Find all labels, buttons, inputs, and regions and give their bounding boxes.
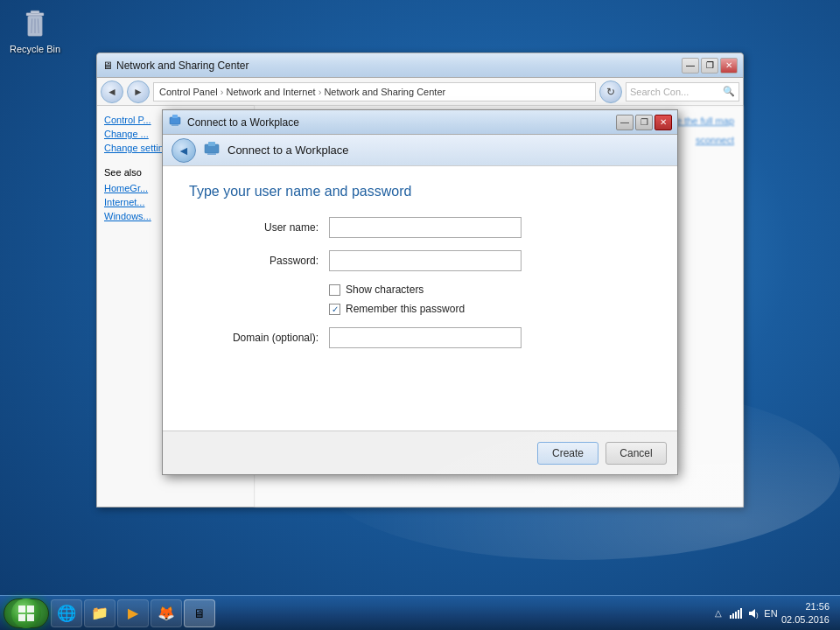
dialog-nav-title: Connect to a Workplace: [228, 144, 349, 157]
domain-input[interactable]: [329, 327, 522, 348]
svg-marker-21: [749, 609, 755, 618]
tray-lang-icon[interactable]: EN: [764, 606, 778, 620]
svg-rect-20: [740, 608, 742, 619]
system-tray: △ ) EN 21:56 02.05.2016: [704, 600, 836, 626]
dialog-close-btn[interactable]: ✕: [654, 115, 672, 130]
create-button[interactable]: Create: [537, 442, 598, 465]
username-input[interactable]: [329, 217, 522, 238]
svg-rect-10: [208, 142, 215, 146]
start-button[interactable]: [4, 598, 49, 628]
clock-date: 02.05.2016: [781, 613, 830, 626]
password-input[interactable]: [329, 250, 522, 271]
dialog-footer: Create Cancel: [163, 430, 677, 474]
show-chars-label: Show characters: [346, 284, 424, 296]
password-label: Password:: [189, 255, 329, 267]
dialog-title-text: Connect to a Workplace: [187, 116, 299, 129]
browser-restore-btn[interactable]: ❐: [701, 58, 718, 74]
network-taskbar-button[interactable]: 🖥: [184, 599, 215, 627]
search-box[interactable]: Search Con... 🔍: [626, 82, 739, 102]
svg-rect-18: [735, 612, 737, 619]
svg-rect-13: [27, 606, 34, 612]
system-clock[interactable]: 21:56 02.05.2016: [781, 600, 830, 626]
browser-window-icon: 🖥: [102, 60, 113, 72]
search-icon: 🔍: [723, 86, 735, 97]
disconnect-link[interactable]: sconnect: [696, 133, 734, 147]
svg-rect-14: [18, 614, 25, 621]
browser-close-btn[interactable]: ✕: [720, 58, 738, 74]
browser-minimize-btn[interactable]: —: [682, 58, 699, 74]
desktop: Recycle Bin 🖥 Network and Sharing Center…: [0, 0, 840, 630]
dialog-nav-icon: [203, 140, 220, 160]
svg-rect-8: [172, 124, 178, 126]
svg-rect-17: [732, 613, 734, 619]
svg-rect-11: [207, 153, 216, 155]
start-orb-icon: [11, 598, 41, 628]
back-nav-btn[interactable]: ◄: [101, 80, 123, 103]
svg-rect-12: [18, 606, 25, 612]
dialog-nav: ◄ Connect to a Workplace: [163, 135, 677, 166]
forward-nav-btn[interactable]: ►: [127, 80, 150, 103]
tray-network-icon[interactable]: [729, 606, 743, 620]
dialog-restore-btn[interactable]: ❐: [635, 115, 653, 130]
dialog-spacer: [189, 360, 651, 413]
media-taskbar-button[interactable]: ▶: [117, 599, 149, 627]
firefox-taskbar-button[interactable]: 🦊: [150, 599, 182, 627]
ie-taskbar-button[interactable]: 🌐: [51, 599, 82, 627]
password-row: Password:: [189, 250, 651, 271]
browser-titlebar-controls: — ❐ ✕: [682, 58, 738, 74]
dialog-body: Type your user name and password User na…: [163, 166, 677, 430]
folder-icon: 📁: [91, 605, 108, 621]
taskbar: 🌐 📁 ▶ 🦊 🖥 △: [0, 595, 840, 630]
svg-text:): ): [756, 611, 759, 619]
address-bar: ◄ ► Control Panel › Network and Internet…: [97, 78, 743, 106]
svg-rect-16: [730, 615, 732, 619]
remember-password-label: Remember this password: [346, 303, 465, 315]
address-input[interactable]: Control Panel › Network and Internet › N…: [153, 82, 596, 102]
dialog-minimize-btn[interactable]: —: [616, 115, 634, 130]
breadcrumb: Control Panel › Network and Internet › N…: [159, 87, 445, 97]
dialog-title-left: Connect to a Workplace: [168, 114, 299, 130]
show-chars-row: Show characters: [329, 284, 651, 296]
svg-rect-7: [172, 115, 178, 118]
tray-expand-btn[interactable]: △: [711, 606, 725, 620]
username-label: User name:: [189, 221, 329, 234]
ie-icon: 🌐: [57, 604, 76, 623]
tray-speaker-icon[interactable]: ): [746, 606, 760, 620]
clock-time: 21:56: [781, 600, 830, 612]
svg-rect-19: [738, 610, 739, 619]
cancel-button[interactable]: Cancel: [606, 442, 667, 465]
dialog-controls: — ❐ ✕: [616, 115, 672, 130]
browser-titlebar: 🖥 Network and Sharing Center — ❐ ✕: [97, 53, 743, 78]
dialog-back-btn[interactable]: ◄: [172, 138, 196, 163]
refresh-btn[interactable]: ↻: [599, 80, 622, 103]
media-icon: ▶: [128, 605, 138, 621]
dialog-title-icon: [168, 114, 182, 130]
connect-to-workplace-dialog[interactable]: Connect to a Workplace — ❐ ✕ ◄: [162, 109, 678, 475]
username-row: User name:: [189, 217, 651, 238]
remember-password-row: Remember this password: [329, 303, 651, 315]
network-icon: 🖥: [193, 606, 206, 620]
browser-title: 🖥 Network and Sharing Center: [102, 60, 248, 72]
explorer-taskbar-button[interactable]: 📁: [84, 599, 116, 627]
dialog-heading: Type your user name and password: [189, 184, 651, 200]
domain-label: Domain (optional):: [189, 332, 329, 344]
show-chars-checkbox[interactable]: [329, 284, 340, 296]
firefox-icon: 🦊: [158, 605, 175, 621]
recycle-bin-icon[interactable]: Recycle Bin: [7, 7, 63, 55]
remember-password-checkbox[interactable]: [329, 304, 340, 315]
svg-rect-15: [27, 614, 34, 621]
dialog-titlebar: Connect to a Workplace — ❐ ✕: [163, 110, 677, 135]
svg-rect-1: [31, 10, 39, 13]
domain-row: Domain (optional):: [189, 327, 651, 348]
recycle-bin-label: Recycle Bin: [10, 44, 60, 55]
